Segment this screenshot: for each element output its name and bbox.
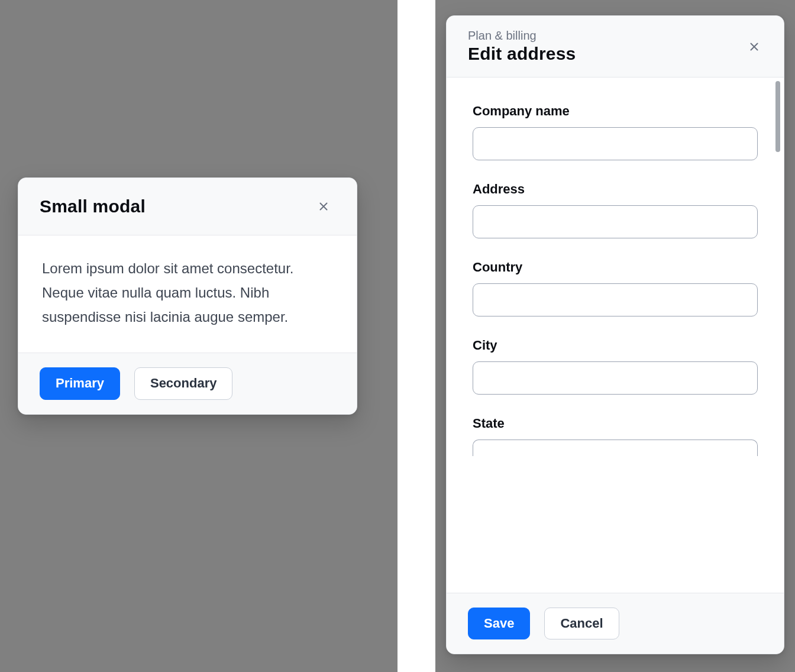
field-address: Address bbox=[473, 182, 758, 238]
scroll-area[interactable]: Company name Address Country City bbox=[447, 77, 784, 593]
close-button[interactable] bbox=[742, 35, 766, 59]
input-company[interactable] bbox=[473, 127, 758, 160]
eyebrow: Plan & billing bbox=[468, 29, 742, 43]
label-state: State bbox=[473, 416, 758, 431]
cancel-button[interactable]: Cancel bbox=[544, 608, 619, 639]
label-address: Address bbox=[473, 182, 758, 197]
body-text: Lorem ipsum dolor sit amet consectetur. … bbox=[42, 257, 333, 329]
input-address[interactable] bbox=[473, 205, 758, 238]
input-city[interactable] bbox=[473, 361, 758, 395]
primary-button[interactable]: Primary bbox=[40, 367, 120, 399]
edit-modal-header: Plan & billing Edit address bbox=[447, 16, 784, 77]
gap bbox=[397, 0, 435, 672]
small-modal-footer: Primary Secondary bbox=[18, 353, 357, 413]
small-modal-header: Small modal bbox=[18, 178, 357, 235]
close-icon bbox=[748, 40, 761, 53]
input-country[interactable] bbox=[473, 283, 758, 316]
edit-modal-title: Edit address bbox=[468, 44, 742, 64]
small-modal-title: Small modal bbox=[40, 196, 312, 217]
secondary-button[interactable]: Secondary bbox=[134, 367, 233, 399]
small-modal: Small modal Lorem ipsum dolor sit amet c… bbox=[18, 177, 357, 415]
overlay-left: Small modal Lorem ipsum dolor sit amet c… bbox=[0, 0, 397, 672]
title-wrap: Plan & billing Edit address bbox=[468, 29, 742, 64]
overlay-right: Plan & billing Edit address Company name… bbox=[435, 0, 795, 672]
close-icon bbox=[317, 200, 330, 213]
close-button[interactable] bbox=[312, 195, 335, 218]
field-company: Company name bbox=[473, 104, 758, 160]
field-city: City bbox=[473, 338, 758, 395]
input-state[interactable] bbox=[473, 440, 758, 456]
small-modal-body: Lorem ipsum dolor sit amet consectetur. … bbox=[18, 235, 357, 353]
field-state: State bbox=[473, 416, 758, 456]
field-country: Country bbox=[473, 260, 758, 316]
edit-address-modal: Plan & billing Edit address Company name… bbox=[446, 15, 784, 654]
edit-modal-footer: Save Cancel bbox=[447, 593, 784, 654]
scrollbar-thumb[interactable] bbox=[775, 81, 780, 152]
label-country: Country bbox=[473, 260, 758, 275]
stage: Small modal Lorem ipsum dolor sit amet c… bbox=[0, 0, 795, 672]
label-company: Company name bbox=[473, 104, 758, 119]
save-button[interactable]: Save bbox=[468, 608, 530, 639]
form: Company name Address Country City bbox=[447, 77, 784, 456]
label-city: City bbox=[473, 338, 758, 353]
title-wrap: Small modal bbox=[40, 196, 312, 217]
